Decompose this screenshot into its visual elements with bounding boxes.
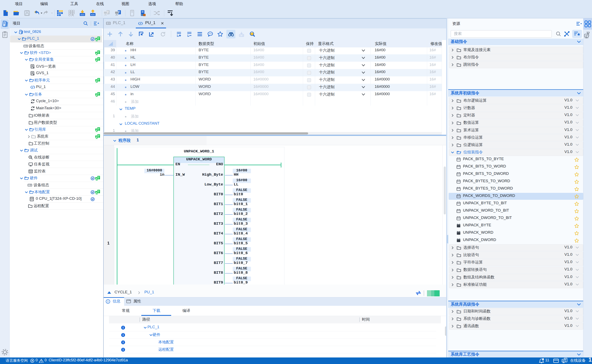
svg-text:IIOO: IIOO — [80, 14, 84, 16]
svg-text:IIOO: IIOO — [91, 14, 95, 16]
